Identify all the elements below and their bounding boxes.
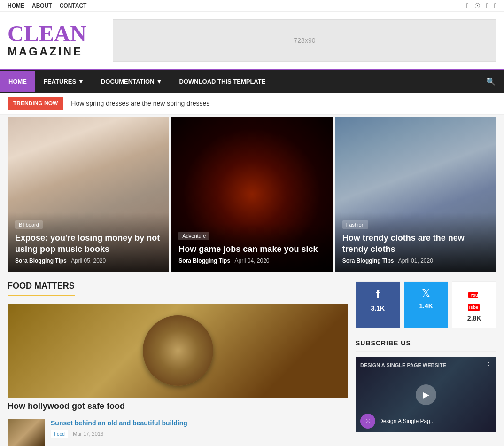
- featured-grid: Billboard Expose: you're losing money by…: [0, 115, 504, 274]
- nav-home-main[interactable]: HOME: [0, 71, 35, 92]
- twitter-icon[interactable]: : [486, 2, 488, 9]
- card-2-overlay: Adventure How game jobs can make you sic…: [171, 224, 333, 272]
- video-thumb[interactable]: DESIGN A SINGLE PAGE WEBSITE ⋮ ▶ ☉ Desig…: [356, 357, 496, 432]
- facebook-count: 3.1K: [371, 305, 385, 312]
- card-2-title: How game jobs can make you sick: [178, 244, 325, 255]
- top-nav: HOME ABOUT CONTACT  ☉  : [0, 0, 504, 12]
- chevron-down-icon: ▼: [78, 78, 84, 85]
- main-nav: HOME FEATURES ▼ DOCUMENTATION ▼ DOWNLOAD…: [0, 69, 504, 93]
- video-avatar: ☉: [360, 414, 375, 429]
- card-2-author: Sora Blogging Tips: [178, 258, 230, 264]
- twitter-count: 1.4K: [419, 302, 433, 310]
- video-bottom: ☉ Design A Single Pag...: [360, 414, 492, 429]
- food-thumb-1[interactable]: [8, 419, 45, 446]
- card-1-category: Billboard: [15, 220, 43, 229]
- food-list: Sunset behind an old and beautiful build…: [8, 419, 348, 446]
- nav-download[interactable]: DOWNLOAD THIS TEMPLATE: [171, 71, 274, 92]
- card-1-title: Expose: you're losing money by not using…: [15, 233, 162, 255]
- featured-card-1[interactable]: Billboard Expose: you're losing money by…: [8, 117, 169, 272]
- card-1-date: April 05, 2020: [71, 258, 106, 264]
- nav-about[interactable]: ABOUT: [32, 2, 52, 9]
- food-tag-1: Food: [51, 430, 68, 438]
- search-icon[interactable]: 🔍: [478, 70, 504, 93]
- facebook-social-icon: f: [376, 287, 380, 302]
- facebook-icon[interactable]: : [466, 2, 469, 9]
- youtube-social-icon: YouTube: [468, 287, 480, 312]
- card-2-meta: Sora Blogging Tips April 04, 2020: [178, 258, 325, 264]
- plate-food-graphic: [8, 304, 348, 398]
- site-header: CLEAN MAGAZINE 728x90: [0, 12, 504, 69]
- pinterest-icon[interactable]: : [494, 2, 496, 9]
- chevron-down-icon: ▼: [156, 78, 163, 85]
- food-list-content-1: Sunset behind an old and beautiful build…: [51, 419, 348, 438]
- food-main-title[interactable]: How hollywood got safe food: [8, 401, 348, 411]
- bottom-section: FOOD MATTERS How hollywood got safe food…: [0, 274, 504, 446]
- card-2-category: Adventure: [178, 232, 209, 240]
- card-1-overlay: Billboard Expose: you're losing money by…: [8, 212, 169, 272]
- video-title-overlay: DESIGN A SINGLE PAGE WEBSITE: [360, 362, 492, 370]
- food-matters: FOOD MATTERS How hollywood got safe food…: [8, 281, 348, 446]
- food-list-item-1: Sunset behind an old and beautiful build…: [8, 419, 348, 446]
- trending-bar: TRENDING NOW How spring dresses are the …: [0, 93, 504, 115]
- twitter-social-icon: 𝕏: [422, 287, 430, 299]
- nav-features[interactable]: FEATURES ▼: [35, 71, 93, 92]
- featured-card-3[interactable]: Fashion How trendy cloths are the new tr…: [335, 117, 496, 272]
- food-section-title: FOOD MATTERS: [8, 281, 75, 296]
- youtube-btn[interactable]: YouTube 2.8K: [452, 281, 496, 328]
- card-3-date: April 01, 2020: [398, 258, 433, 264]
- food-date-1: Mar 17, 2016: [73, 431, 103, 437]
- top-social-icons:  ☉  : [466, 2, 496, 9]
- card-3-author: Sora Blogging Tips: [342, 258, 394, 264]
- video-play-button[interactable]: ▶: [416, 384, 436, 405]
- video-creator: Design A Single Pag...: [379, 418, 435, 424]
- nav-contact[interactable]: CONTACT: [60, 2, 87, 9]
- card-3-meta: Sora Blogging Tips April 01, 2020: [342, 258, 489, 264]
- logo-clean: CLEAN: [8, 23, 101, 45]
- nav-documentation[interactable]: DOCUMENTATION ▼: [93, 71, 171, 92]
- food-list-title-1[interactable]: Sunset behind an old and beautiful build…: [51, 419, 348, 427]
- subscribe-title: SUBSCRIBE US: [356, 339, 496, 352]
- plate-circle: [143, 315, 213, 386]
- card-3-title: How trendy cloths are the new trendy clo…: [342, 233, 489, 255]
- facebook-btn[interactable]: f 3.1K: [356, 281, 400, 328]
- featured-card-2[interactable]: Adventure How game jobs can make you sic…: [171, 117, 333, 272]
- trending-badge: TRENDING NOW: [8, 97, 63, 110]
- food-main-image[interactable]: [8, 304, 348, 398]
- ad-banner: 728x90: [113, 19, 496, 62]
- card-1-meta: Sora Blogging Tips April 05, 2020: [15, 258, 162, 264]
- twitter-btn[interactable]: 𝕏 1.4K: [404, 281, 449, 328]
- trending-text[interactable]: How spring dresses are the new spring dr…: [71, 100, 209, 107]
- top-nav-links: HOME ABOUT CONTACT: [8, 2, 86, 9]
- card-3-category: Fashion: [342, 220, 368, 229]
- card-3-overlay: Fashion How trendy cloths are the new tr…: [335, 212, 496, 272]
- video-subtitle: DESIGN A SINGLE PAGE WEBSITE: [360, 362, 492, 368]
- nav-home[interactable]: HOME: [8, 2, 24, 9]
- card-1-author: Sora Blogging Tips: [15, 258, 67, 264]
- instagram-icon[interactable]: ☉: [474, 2, 481, 9]
- video-settings-icon[interactable]: ⋮: [485, 361, 493, 370]
- logo-magazine: MAGAZINE: [8, 45, 101, 58]
- social-buttons: f 3.1K 𝕏 1.4K YouTube 2.8K: [356, 281, 496, 328]
- youtube-count: 2.8K: [467, 314, 481, 322]
- site-logo[interactable]: CLEAN MAGAZINE: [8, 23, 101, 58]
- card-2-date: April 04, 2020: [234, 258, 269, 264]
- sidebar: f 3.1K 𝕏 1.4K YouTube 2.8K SUBSCRIBE US …: [356, 281, 496, 446]
